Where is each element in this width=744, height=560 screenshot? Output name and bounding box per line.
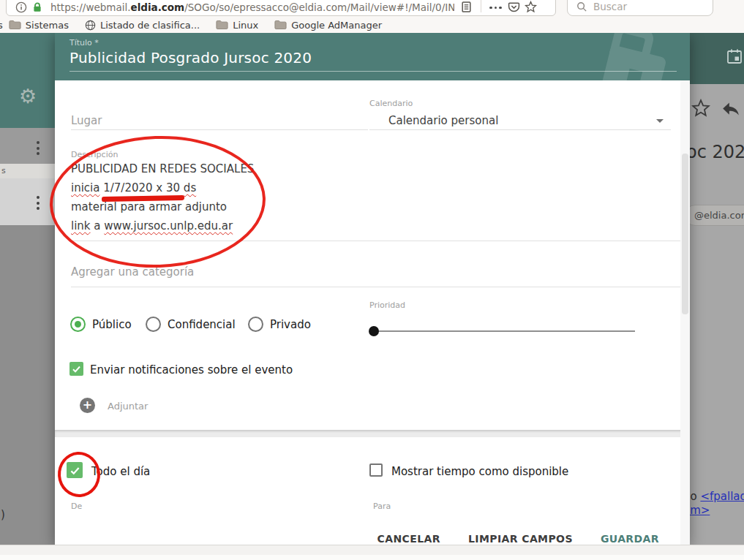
descripcion-text[interactable]: PUBLICIDAD EN REDES SOCIALESinicia 1/7/2… [71, 159, 378, 235]
descripcion-line: inicia 1/7/2020 x 30 ds [71, 178, 378, 197]
browser-chrome: https://webmail.eldia.com/SOGo/so/epress… [0, 0, 744, 33]
radio-confidencial[interactable]: Confidencial [146, 317, 236, 332]
radio-selected-icon [70, 317, 86, 332]
attach-plus-icon[interactable]: + [80, 398, 95, 413]
prioridad-label: Prioridad [369, 300, 405, 310]
bookmark-label: Sistemas [26, 20, 69, 31]
pocket-icon[interactable] [508, 1, 520, 13]
email-body-line: no <fpallad [683, 490, 744, 503]
adjuntar-label[interactable]: Adjuntar [108, 401, 148, 412]
field-underline [71, 241, 687, 241]
gear-icon[interactable]: ⚙ [16, 85, 40, 108]
titulo-input[interactable]: Publicidad Posgrado Jursoc 2020 [69, 49, 312, 67]
bookmark-label: Listado de clasifica... [100, 20, 200, 31]
bookmarks-bar: s SistemasListado de clasifica...LinuxGo… [0, 17, 744, 33]
bookmark-item[interactable]: Google AdManager [274, 20, 382, 31]
section-divider [55, 430, 690, 437]
email-address-link[interactable]: <fpallad [700, 490, 744, 503]
para-label: Para [373, 502, 391, 511]
url-text: https://webmail.eldia.com/SOGo/so/epress… [50, 1, 454, 13]
dialog-header: Título * Publicidad Posgrado Jursoc 2020 [55, 33, 690, 80]
globe-icon [85, 20, 96, 31]
prioridad-slider-track[interactable] [374, 330, 635, 332]
clipped-text-fragment: ) [1, 508, 5, 521]
bookmark-item[interactable]: Linux [216, 20, 258, 31]
field-underline [71, 287, 687, 287]
calendario-label: Calendario [369, 99, 413, 108]
titulo-underline [69, 71, 677, 72]
descripcion-label: Descripción [71, 150, 118, 159]
radio-unselected-icon [248, 317, 263, 332]
search-icon [576, 1, 587, 12]
field-underline [71, 129, 368, 130]
dialog-scrollbar-thumb[interactable] [682, 154, 688, 314]
kebab-menu-icon[interactable] [33, 196, 43, 210]
screen: ⚙ s ) oc 2020 @eldia.com no <fpallad om>… [0, 0, 744, 560]
page-actions-icon[interactable] [489, 7, 502, 10]
titulo-label: Título * [69, 38, 99, 48]
mostrar-tiempo-checkbox[interactable] [369, 463, 383, 477]
mail-list-row-selected[interactable] [0, 178, 55, 225]
reader-mode-icon[interactable] [460, 1, 473, 13]
calendar-icon[interactable] [726, 48, 743, 65]
todo-el-dia-label: Todo el día [91, 465, 150, 478]
kebab-menu-icon[interactable] [33, 141, 43, 155]
reply-icon[interactable] [721, 100, 740, 116]
search-placeholder: Buscar [593, 1, 627, 12]
todo-el-dia-checkbox[interactable] [67, 462, 83, 478]
bookmark-item[interactable]: Listado de clasifica... [85, 20, 200, 31]
search-input[interactable]: Buscar [567, 0, 713, 16]
mail-list-section-label: s [0, 164, 55, 178]
bookmarks-bar-items: SistemasListado de clasifica...LinuxGoog… [9, 20, 398, 31]
bookmark-label: Linux [233, 20, 258, 31]
lugar-input[interactable]: Lugar [71, 114, 102, 127]
radio-publico[interactable]: Público [70, 317, 132, 332]
de-label: De [71, 502, 82, 511]
bookmark-item[interactable]: Sistemas [9, 20, 69, 31]
lock-watermark-icon [587, 33, 690, 80]
field-underline [369, 129, 671, 130]
categoria-input[interactable]: Agregar una categoría [71, 265, 194, 279]
bookmark-label: Google AdManager [291, 20, 382, 31]
notificaciones-label: Enviar notificaciones sobre el evento [90, 363, 293, 377]
radio-unselected-icon [146, 317, 161, 332]
star-flag-icon[interactable] [691, 99, 710, 118]
mail-list-row [0, 128, 55, 164]
radio-privado[interactable]: Privado [248, 317, 311, 332]
email-subject-fragment: oc 2020 [686, 142, 744, 162]
mostrar-tiempo-label: Mostrar tiempo como disponible [391, 465, 568, 478]
event-edit-dialog: Título * Publicidad Posgrado Jursoc 2020… [55, 33, 690, 545]
mail-list-background [0, 225, 55, 545]
divider [481, 0, 481, 12]
info-icon[interactable] [15, 1, 27, 13]
notificaciones-checkbox[interactable] [69, 362, 83, 376]
bookmark-star-icon[interactable] [525, 1, 537, 13]
sidebar-header [0, 33, 55, 128]
descripcion-line: PUBLICIDAD EN REDES SOCIALES [71, 159, 378, 178]
folder-icon [9, 20, 21, 30]
calendario-select[interactable]: Calendario personal [388, 114, 498, 127]
prioridad-slider-thumb[interactable] [369, 326, 379, 336]
sender-email-chip[interactable]: @eldia.com [685, 205, 744, 226]
url-bar[interactable]: https://webmail.eldia.com/SOGo/so/epress… [6, 0, 556, 16]
descripcion-line: link a www.jursoc.unlp.edu.ar [71, 216, 378, 235]
chevron-down-icon[interactable] [656, 119, 664, 123]
folder-icon [274, 20, 287, 30]
folder-icon [216, 20, 228, 30]
bookmark-fragment[interactable]: s [0, 20, 3, 31]
bottom-strip [0, 545, 744, 560]
descripcion-line: material para armar adjunto [71, 197, 378, 216]
lock-icon[interactable] [31, 1, 43, 13]
